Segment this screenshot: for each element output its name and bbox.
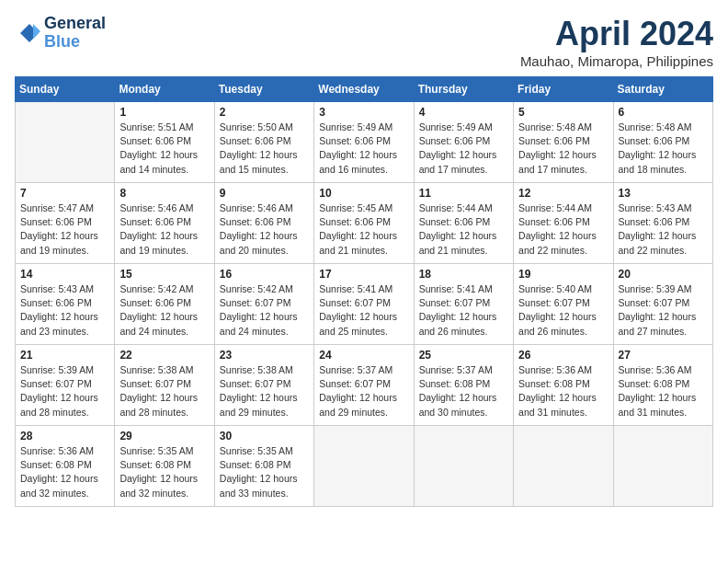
day-info: Sunrise: 5:36 AMSunset: 6:08 PMDaylight:… xyxy=(20,444,109,500)
weekday-header-tuesday: Tuesday xyxy=(214,77,313,102)
day-number: 2 xyxy=(220,106,309,119)
day-info: Sunrise: 5:50 AMSunset: 6:06 PMDaylight:… xyxy=(220,121,309,177)
calendar-cell: 1Sunrise: 5:51 AMSunset: 6:06 PMDaylight… xyxy=(115,102,214,183)
day-number: 27 xyxy=(619,349,708,362)
calendar-cell: 8Sunrise: 5:46 AMSunset: 6:06 PMDaylight… xyxy=(115,183,214,264)
calendar-cell xyxy=(414,426,513,507)
day-info: Sunrise: 5:46 AMSunset: 6:06 PMDaylight:… xyxy=(119,201,209,258)
day-number: 7 xyxy=(20,187,109,200)
day-number: 15 xyxy=(119,268,209,281)
day-number: 11 xyxy=(419,187,508,200)
day-info: Sunrise: 5:48 AMSunset: 6:06 PMDaylight:… xyxy=(619,121,708,177)
day-info: Sunrise: 5:42 AMSunset: 6:06 PMDaylight:… xyxy=(119,282,209,339)
day-info: Sunrise: 5:51 AMSunset: 6:06 PMDaylight:… xyxy=(119,121,209,177)
calendar-cell: 17Sunrise: 5:41 AMSunset: 6:07 PMDayligh… xyxy=(314,264,414,345)
day-number: 1 xyxy=(119,106,209,119)
calendar-cell: 12Sunrise: 5:44 AMSunset: 6:06 PMDayligh… xyxy=(514,183,613,264)
day-info: Sunrise: 5:38 AMSunset: 6:07 PMDaylight:… xyxy=(119,363,209,419)
calendar-cell: 23Sunrise: 5:38 AMSunset: 6:07 PMDayligh… xyxy=(214,345,313,426)
calendar-cell: 19Sunrise: 5:40 AMSunset: 6:07 PMDayligh… xyxy=(514,264,613,345)
week-row-4: 28Sunrise: 5:36 AMSunset: 6:08 PMDayligh… xyxy=(16,426,713,507)
day-info: Sunrise: 5:49 AMSunset: 6:06 PMDaylight:… xyxy=(419,121,508,177)
weekday-header-saturday: Saturday xyxy=(613,77,712,102)
calendar-header: SundayMondayTuesdayWednesdayThursdayFrid… xyxy=(16,77,713,102)
calendar-cell: 5Sunrise: 5:48 AMSunset: 6:06 PMDaylight… xyxy=(514,102,613,183)
day-number: 24 xyxy=(319,349,408,362)
day-number: 4 xyxy=(419,106,508,119)
day-number: 5 xyxy=(518,106,608,119)
day-info: Sunrise: 5:39 AMSunset: 6:07 PMDaylight:… xyxy=(20,363,109,419)
week-row-0: 1Sunrise: 5:51 AMSunset: 6:06 PMDaylight… xyxy=(16,102,713,183)
day-number: 9 xyxy=(220,187,309,200)
day-info: Sunrise: 5:43 AMSunset: 6:06 PMDaylight:… xyxy=(20,282,109,339)
calendar-cell: 27Sunrise: 5:36 AMSunset: 6:08 PMDayligh… xyxy=(613,345,712,426)
calendar-cell: 3Sunrise: 5:49 AMSunset: 6:06 PMDaylight… xyxy=(314,102,414,183)
day-info: Sunrise: 5:40 AMSunset: 6:07 PMDaylight:… xyxy=(518,282,608,339)
calendar-cell: 13Sunrise: 5:43 AMSunset: 6:06 PMDayligh… xyxy=(613,183,712,264)
calendar-cell: 25Sunrise: 5:37 AMSunset: 6:08 PMDayligh… xyxy=(414,345,513,426)
day-info: Sunrise: 5:39 AMSunset: 6:07 PMDaylight:… xyxy=(619,282,708,339)
day-number: 30 xyxy=(220,430,309,442)
calendar-cell: 10Sunrise: 5:45 AMSunset: 6:06 PMDayligh… xyxy=(314,183,414,264)
day-number: 12 xyxy=(518,187,608,200)
day-info: Sunrise: 5:35 AMSunset: 6:08 PMDaylight:… xyxy=(119,444,209,500)
calendar-cell: 2Sunrise: 5:50 AMSunset: 6:06 PMDaylight… xyxy=(214,102,313,183)
weekday-header-wednesday: Wednesday xyxy=(314,77,414,102)
day-number: 20 xyxy=(619,268,708,281)
day-number: 23 xyxy=(220,349,309,362)
calendar-cell: 22Sunrise: 5:38 AMSunset: 6:07 PMDayligh… xyxy=(115,345,214,426)
weekday-header-friday: Friday xyxy=(514,77,613,102)
day-number: 18 xyxy=(419,268,508,281)
day-info: Sunrise: 5:42 AMSunset: 6:07 PMDaylight:… xyxy=(220,282,309,339)
calendar-cell: 30Sunrise: 5:35 AMSunset: 6:08 PMDayligh… xyxy=(214,426,313,507)
calendar-cell: 4Sunrise: 5:49 AMSunset: 6:06 PMDaylight… xyxy=(414,102,513,183)
calendar-cell: 16Sunrise: 5:42 AMSunset: 6:07 PMDayligh… xyxy=(214,264,313,345)
title-block: April 2024 Mauhao, Mimaropa, Philippines xyxy=(520,15,713,69)
day-info: Sunrise: 5:36 AMSunset: 6:08 PMDaylight:… xyxy=(518,363,608,419)
calendar-cell: 14Sunrise: 5:43 AMSunset: 6:06 PMDayligh… xyxy=(16,264,115,345)
weekday-header-row: SundayMondayTuesdayWednesdayThursdayFrid… xyxy=(16,77,713,102)
day-info: Sunrise: 5:35 AMSunset: 6:08 PMDaylight:… xyxy=(220,444,309,500)
day-info: Sunrise: 5:41 AMSunset: 6:07 PMDaylight:… xyxy=(419,282,508,339)
day-info: Sunrise: 5:38 AMSunset: 6:07 PMDaylight:… xyxy=(220,363,309,419)
day-number: 13 xyxy=(619,187,708,200)
day-number: 21 xyxy=(20,349,109,362)
week-row-2: 14Sunrise: 5:43 AMSunset: 6:06 PMDayligh… xyxy=(16,264,713,345)
calendar-cell: 15Sunrise: 5:42 AMSunset: 6:06 PMDayligh… xyxy=(115,264,214,345)
calendar-cell xyxy=(514,426,613,507)
calendar-cell xyxy=(613,426,712,507)
calendar-cell: 28Sunrise: 5:36 AMSunset: 6:08 PMDayligh… xyxy=(16,426,115,507)
day-info: Sunrise: 5:48 AMSunset: 6:06 PMDaylight:… xyxy=(518,121,608,177)
calendar-cell: 7Sunrise: 5:47 AMSunset: 6:06 PMDaylight… xyxy=(16,183,115,264)
logo: General Blue xyxy=(15,15,106,52)
calendar-cell: 18Sunrise: 5:41 AMSunset: 6:07 PMDayligh… xyxy=(414,264,513,345)
day-number: 3 xyxy=(319,106,408,119)
day-info: Sunrise: 5:46 AMSunset: 6:06 PMDaylight:… xyxy=(220,201,309,258)
day-info: Sunrise: 5:49 AMSunset: 6:06 PMDaylight:… xyxy=(319,121,408,177)
day-number: 22 xyxy=(119,349,209,362)
day-number: 17 xyxy=(319,268,408,281)
week-row-1: 7Sunrise: 5:47 AMSunset: 6:06 PMDaylight… xyxy=(16,183,713,264)
day-info: Sunrise: 5:37 AMSunset: 6:08 PMDaylight:… xyxy=(419,363,508,419)
day-number: 6 xyxy=(619,106,708,119)
day-number: 26 xyxy=(518,349,608,362)
calendar-cell: 9Sunrise: 5:46 AMSunset: 6:06 PMDaylight… xyxy=(214,183,313,264)
location: Mauhao, Mimaropa, Philippines xyxy=(520,53,713,69)
day-info: Sunrise: 5:45 AMSunset: 6:06 PMDaylight:… xyxy=(319,201,408,258)
weekday-header-sunday: Sunday xyxy=(16,77,115,102)
calendar-cell: 21Sunrise: 5:39 AMSunset: 6:07 PMDayligh… xyxy=(16,345,115,426)
day-info: Sunrise: 5:36 AMSunset: 6:08 PMDaylight:… xyxy=(619,363,708,419)
month-title: April 2024 xyxy=(520,15,713,53)
day-number: 25 xyxy=(419,349,508,362)
day-number: 29 xyxy=(119,430,209,442)
day-info: Sunrise: 5:44 AMSunset: 6:06 PMDaylight:… xyxy=(518,201,608,258)
logo-icon xyxy=(15,20,40,46)
day-number: 10 xyxy=(319,187,408,200)
day-number: 8 xyxy=(119,187,209,200)
day-info: Sunrise: 5:47 AMSunset: 6:06 PMDaylight:… xyxy=(20,201,109,258)
calendar-table: SundayMondayTuesdayWednesdayThursdayFrid… xyxy=(15,76,713,507)
day-info: Sunrise: 5:41 AMSunset: 6:07 PMDaylight:… xyxy=(319,282,408,339)
day-number: 19 xyxy=(518,268,608,281)
day-info: Sunrise: 5:43 AMSunset: 6:06 PMDaylight:… xyxy=(619,201,708,258)
weekday-header-thursday: Thursday xyxy=(414,77,513,102)
